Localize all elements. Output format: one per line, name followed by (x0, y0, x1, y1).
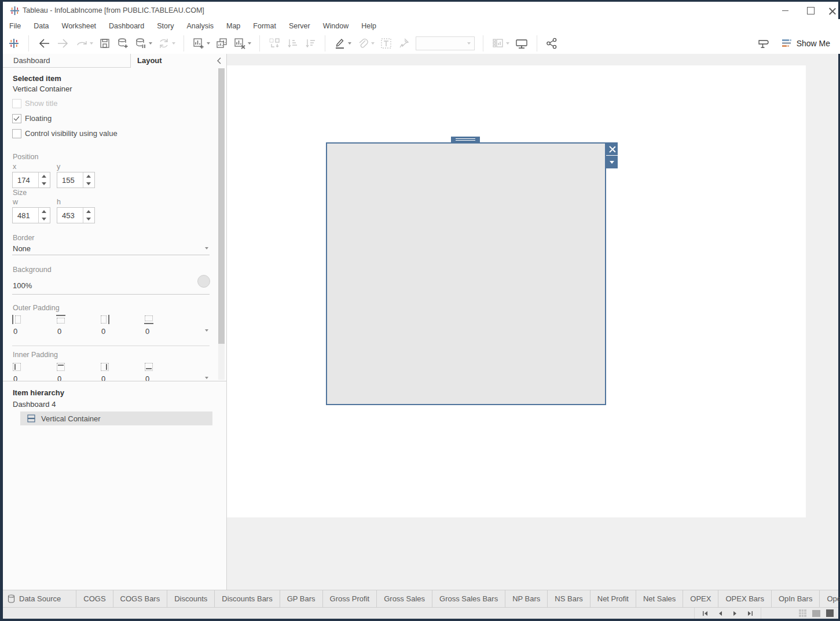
show-mark-labels-button[interactable] (380, 37, 393, 50)
tab-discounts[interactable]: Discounts (167, 590, 215, 607)
panel-scrollbar[interactable] (218, 68, 225, 380)
format-links-button[interactable] (357, 37, 375, 50)
duplicate-sheet-button[interactable] (215, 37, 228, 50)
menu-dashboard[interactable]: Dashboard (109, 22, 144, 30)
maximize-button[interactable] (801, 2, 820, 19)
menu-format[interactable]: Format (253, 22, 276, 30)
size-w-stepper[interactable]: 481 (12, 207, 50, 223)
menu-story[interactable]: Story (157, 22, 174, 30)
fit-selector[interactable] (416, 36, 475, 50)
panel-scrollbar-thumb[interactable] (218, 68, 225, 344)
position-y-stepper[interactable]: 155 (57, 172, 95, 188)
background-value[interactable]: 100% (13, 281, 32, 290)
pause-auto-updates-button[interactable] (134, 37, 152, 50)
outer-padding-right-value[interactable]: 0 (101, 327, 105, 336)
undo-button[interactable] (37, 37, 51, 50)
clear-sheet-button[interactable] (233, 37, 251, 50)
first-sheet-icon[interactable] (702, 610, 709, 617)
tab-opex[interactable]: OPEX (683, 590, 718, 607)
tab-gp-bars[interactable]: GP Bars (280, 590, 323, 607)
tab-cogs-bars[interactable]: COGS Bars (113, 590, 168, 607)
size-h-spin-buttons[interactable] (83, 208, 94, 223)
border-dropdown-icon[interactable] (205, 247, 208, 249)
spin-up-icon[interactable] (42, 175, 46, 178)
show-sheet-sorter-icon[interactable] (826, 609, 834, 617)
vertical-container[interactable] (326, 142, 606, 405)
tab-gross-sales-bars[interactable]: Gross Sales Bars (432, 590, 505, 607)
menu-analysis[interactable]: Analysis (186, 22, 214, 30)
spin-up-icon[interactable] (86, 210, 91, 213)
position-x-stepper[interactable]: 174 (12, 172, 50, 188)
border-value[interactable]: None (13, 244, 31, 253)
sort-descending-button[interactable] (304, 37, 317, 50)
close-button[interactable] (823, 2, 840, 19)
inner-padding-right-value[interactable]: 0 (101, 374, 105, 381)
outer-padding-bottom-value[interactable]: 0 (145, 327, 149, 336)
tab-opin-bars[interactable]: OpIn Bars (772, 590, 820, 607)
inner-padding-top-value[interactable]: 0 (57, 374, 61, 381)
tab-net-sales[interactable]: Net Sales (636, 590, 683, 607)
outer-padding-dropdown-icon[interactable] (205, 329, 208, 332)
show-filmstrip-icon[interactable] (812, 610, 820, 617)
tab-dashboard[interactable]: Dashboard (3, 54, 131, 68)
previous-sheet-icon[interactable] (717, 610, 724, 617)
minimize-button[interactable] (776, 2, 794, 19)
tab-data-source[interactable]: Data Source (3, 590, 76, 607)
spin-down-icon[interactable] (86, 182, 91, 185)
highlight-button[interactable] (333, 37, 351, 50)
fix-axes-button[interactable] (398, 37, 410, 50)
inner-padding-bottom-value[interactable]: 0 (145, 374, 149, 381)
floating-checkbox[interactable] (12, 114, 21, 123)
hierarchy-root[interactable]: Dashboard 4 (13, 400, 56, 409)
tab-gross-sales[interactable]: Gross Sales (377, 590, 432, 607)
menu-worksheet[interactable]: Worksheet (62, 22, 97, 30)
tab-opex-bars[interactable]: OPEX Bars (718, 590, 771, 607)
show-tabs-icon[interactable] (799, 609, 806, 617)
redo-button[interactable] (56, 37, 70, 50)
replay-button[interactable] (75, 37, 93, 50)
tab-np-bars[interactable]: NP Bars (505, 590, 548, 607)
container-menu-button[interactable] (606, 156, 618, 168)
hierarchy-item-vertical-container[interactable]: Vertical Container (20, 411, 212, 425)
show-me-button[interactable]: Show Me (781, 38, 830, 49)
presentation-mode-button[interactable] (515, 37, 529, 50)
menu-help[interactable]: Help (361, 22, 376, 30)
menu-map[interactable]: Map (226, 22, 240, 30)
spin-up-icon[interactable] (86, 175, 91, 178)
tab-layout[interactable]: Layout (137, 56, 162, 65)
menu-window[interactable]: Window (323, 22, 349, 30)
sort-ascending-button[interactable] (286, 37, 299, 50)
spin-down-icon[interactable] (42, 182, 46, 185)
menu-file[interactable]: File (9, 22, 21, 30)
show-title-checkbox[interactable] (12, 99, 21, 108)
size-w-spin-buttons[interactable] (38, 208, 50, 223)
save-button[interactable] (98, 37, 111, 50)
collapse-panel-icon[interactable] (216, 57, 223, 65)
spin-down-icon[interactable] (42, 218, 46, 221)
control-visibility-checkbox[interactable] (12, 129, 21, 138)
position-y-spin-buttons[interactable] (83, 172, 94, 188)
menu-server[interactable]: Server (289, 22, 310, 30)
tab-net-profit[interactable]: Net Profit (590, 590, 636, 607)
tooltip-button[interactable] (757, 37, 771, 50)
tab-gross-profit[interactable]: Gross Profit (323, 590, 377, 607)
remove-container-button[interactable] (606, 142, 618, 155)
show-hide-cards-button[interactable] (491, 37, 509, 50)
spin-up-icon[interactable] (42, 210, 46, 213)
tab-discounts-bars[interactable]: Discounts Bars (215, 590, 280, 607)
tab-operating-income[interactable]: Operating Income (820, 590, 840, 607)
position-x-spin-buttons[interactable] (38, 172, 50, 188)
inner-padding-dropdown-icon[interactable] (205, 377, 208, 379)
run-auto-updates-button[interactable] (157, 37, 175, 50)
size-h-stepper[interactable]: 453 (57, 207, 95, 223)
outer-padding-left-value[interactable]: 0 (13, 327, 17, 336)
swap-rows-columns-button[interactable] (268, 37, 281, 50)
new-worksheet-button[interactable] (192, 37, 210, 50)
last-sheet-icon[interactable] (747, 610, 754, 617)
tableau-start-button[interactable] (8, 37, 20, 50)
tab-ns-bars[interactable]: NS Bars (548, 590, 590, 607)
new-data-source-button[interactable] (116, 37, 129, 50)
next-sheet-icon[interactable] (732, 610, 739, 617)
spin-down-icon[interactable] (86, 218, 91, 221)
share-workbook-button[interactable] (545, 37, 558, 50)
